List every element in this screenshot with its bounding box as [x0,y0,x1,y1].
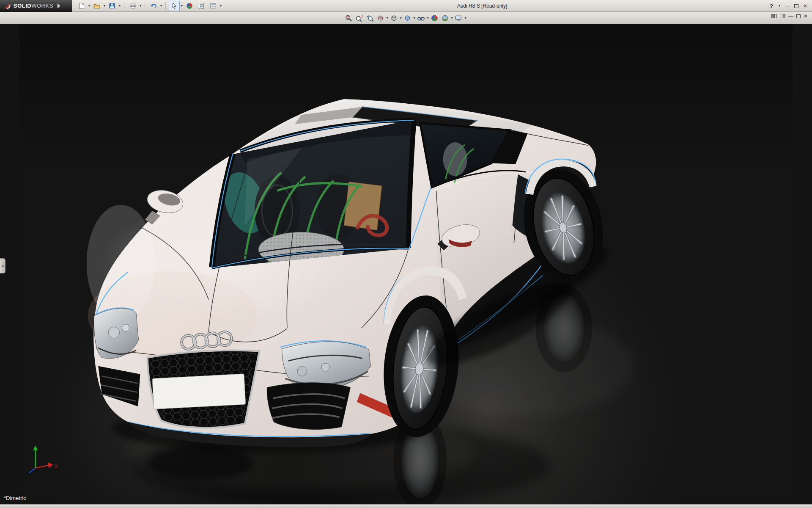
zoom-to-fit-button[interactable] [343,13,354,23]
help-button[interactable]: ? [767,3,776,9]
display-style-button[interactable] [402,13,412,23]
appearance-ball-icon [186,3,193,9]
save-button[interactable] [107,1,118,11]
headsup-view-toolbar: ▾ ▾ ▾ ▾ [343,12,466,24]
edit-appearance-icon [431,14,439,22]
fender-highlight [87,205,155,322]
table-dropdown-caret[interactable]: ▾ [220,4,222,8]
new-icon [78,3,85,9]
doc-minimize-button[interactable]: — [788,13,793,19]
print-dropdown-caret[interactable]: ▾ [140,4,141,8]
previous-view-button[interactable] [365,13,375,23]
save-dropdown-caret[interactable]: ▾ [119,4,121,8]
hide-show-items-caret[interactable]: ▾ [427,17,429,20]
table-icon [210,3,217,9]
view-orientation-label: *Dimetric [4,495,26,501]
view-settings-icon [455,14,463,22]
right-intake [267,383,350,430]
display-style-caret[interactable]: ▾ [413,17,415,20]
open-dropdown-caret[interactable]: ▾ [104,4,105,8]
brand-text: SOLIDWORKS [14,3,53,9]
undo-button[interactable] [148,1,159,11]
undo-dropdown-caret[interactable]: ▾ [160,4,162,8]
standard-toolbar: ▾ ▾ ▾ [72,1,222,11]
3d-scene[interactable]: X [0,24,812,508]
doc-restore-button[interactable] [796,14,801,18]
zoom-to-area-icon [355,14,363,22]
dassault-3ds-icon [3,3,11,9]
doc-pane-right-button[interactable] [780,14,785,18]
app-restore-button[interactable] [794,4,798,8]
section-view-icon [376,14,384,22]
headsup-toolbar-bar: ▾ ▾ ▾ ▾ [0,12,812,24]
status-bar-strip [0,504,812,508]
license-plate-blank [152,374,246,409]
select-cursor-icon [171,3,178,9]
solidworks-logo: SOLIDWORKS [0,0,72,12]
task-pane-collapse-tab[interactable]: ◄ [0,258,5,273]
open-icon [93,3,100,9]
toolbar-separator [145,2,145,10]
section-view-button[interactable] [375,13,385,23]
view-settings-caret[interactable]: ▾ [465,17,466,20]
view-orientation-icon [390,14,398,22]
save-icon [109,3,115,9]
new-button[interactable] [76,1,87,11]
sheet-icon [198,3,205,9]
titlebar: SOLIDWORKS ▾ ▾ [0,0,812,12]
help-dropdown-caret[interactable]: ▾ [779,4,780,8]
edit-appearance-button[interactable] [430,13,440,23]
hide-show-items-icon [417,14,425,22]
select-dropdown-caret[interactable]: ▾ [181,4,183,8]
zoom-to-fit-icon [345,14,352,22]
previous-view-icon [366,14,373,22]
view-settings-button[interactable] [454,13,464,23]
sheet-button[interactable] [196,1,207,11]
view-orientation-caret[interactable]: ▾ [400,17,401,20]
logo-flyout-arrow-icon[interactable] [58,3,60,8]
document-window-controls: — ✕ [771,13,808,19]
doc-pane-left-button[interactable] [771,14,777,18]
hide-show-items-button[interactable] [416,13,426,23]
section-view-caret[interactable]: ▾ [386,17,388,20]
toolbar-separator [165,2,166,10]
toolbar-separator [124,2,124,10]
window-title: Audi R8 S [Read-only] [457,3,508,9]
undo-icon [150,3,157,9]
table-button[interactable] [208,1,219,11]
app-close-button[interactable]: ✕ [801,3,809,9]
new-dropdown-caret[interactable]: ▾ [88,4,90,8]
graphics-area[interactable]: X ◄ *Dimetric [0,24,812,508]
print-button[interactable] [127,1,138,11]
solidworks-window: SOLIDWORKS ▾ ▾ [0,0,812,508]
view-orientation-button[interactable] [389,13,399,23]
appearance-button[interactable] [184,1,195,11]
print-icon [129,3,136,9]
open-button[interactable] [91,1,102,11]
app-minimize-button[interactable]: — [783,3,792,9]
apply-scene-caret[interactable]: ▾ [451,17,453,20]
doc-close-button[interactable]: ✕ [804,13,808,19]
select-button[interactable] [169,1,180,11]
zoom-to-area-button[interactable] [354,13,364,23]
apply-scene-icon [442,14,449,22]
titlebar-window-controls: ? ▾ — ✕ [767,0,809,12]
display-style-icon [403,14,411,22]
triad-x-label: X [55,464,58,469]
apply-scene-button[interactable] [440,13,450,23]
